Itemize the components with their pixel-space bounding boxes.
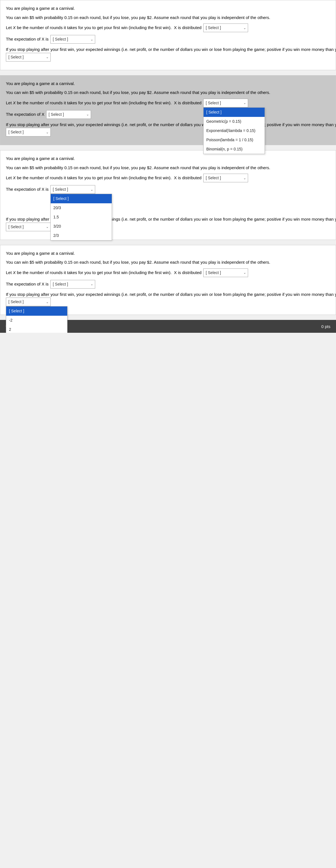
section3-row2: The expectation of X is [ Select ] ⌄ [ S… [6,185,330,194]
section2-row3-label: If you stop playing after your first win… [6,122,336,128]
section2-expectation-select-wrapper: [ Select ] ⌄ [46,110,91,119]
section1-expectation-placeholder: [ Select ] [53,37,68,41]
section-2: You are playing a game at a carnival. Yo… [0,75,336,146]
section4-expectation-select[interactable]: [ Select ] [50,280,95,288]
section1-distribution-placeholder: [ Select ] [206,26,221,30]
section3-row2-label: The expectation of X is [6,186,49,193]
section1-winnings-select[interactable]: [ Select ] [6,53,51,62]
section1-expectation-select-wrapper: [ Select ] ⌄ [50,35,95,43]
section2-dist-option-0[interactable]: [ Select ] [203,108,264,117]
section1-x: X [13,25,16,30]
section3-expectation-select-wrapper: [ Select ] ⌄ [ Select ] 20/3 1.5 3/20 2/… [50,185,95,194]
pts-label: 0 pts [321,324,330,329]
section1-winnings-placeholder: [ Select ] [8,55,24,59]
section3-distribution-select-wrapper: [ Select ] ⌄ [203,174,248,182]
section4-x: X [13,270,16,275]
section4-distribution-placeholder: [ Select ] [206,271,221,275]
section2-x: X [13,100,16,105]
section2-row3: If you stop playing after your first win… [6,122,330,137]
section2-expectation-placeholder: [ Select ] [49,112,64,117]
section4-row3: If you stop playing after your first win… [6,291,330,307]
section4-para1: You are playing a game at a carnival. [6,250,330,257]
section3-winnings-placeholder: [ Select ] [8,224,24,229]
section3-row1-let: Let X be the number of rounds it takes f… [6,175,202,181]
section2-row1-let: Let X be the number of rounds it takes f… [6,100,202,106]
section1-para2: You can win $5 with probability 0.15 on … [6,14,330,21]
section4-winnings-select[interactable]: [ Select ] [6,298,51,306]
section2-distribution-select[interactable]: [ Select ] [203,99,248,107]
section3-x: X [13,175,16,180]
section4-distribution-select-wrapper: [ Select ] ⌄ [203,269,248,277]
section2-dist-option-2[interactable]: Exponential(\lambda = 0.15) [203,126,264,135]
section4-win-option-0[interactable]: [ Select ] [6,307,67,316]
section4-winnings-placeholder: [ Select ] [8,300,24,304]
section3-expectation-dropdown: [ Select ] 20/3 1.5 3/20 2/3 [50,194,112,241]
section3-para2: You can win $5 with probability 0.15 on … [6,165,330,171]
section3-expectation-placeholder: [ Select ] [53,187,68,191]
section4-row1-let: Let X be the number of rounds it takes f… [6,270,202,276]
section3-distribution-placeholder: [ Select ] [206,176,221,180]
section4-expectation-select-wrapper: [ Select ] ⌄ [50,280,95,288]
section2-distribution-dropdown: [ Select ] Geometric(p = 0.15) Exponenti… [203,107,265,154]
section4-row2-label: The expectation of X is [6,281,49,287]
section1-row1-let: Let X be the number of rounds it takes f… [6,25,202,31]
section-4: You are playing a game at a carnival. Yo… [0,245,336,315]
section3-exp-option-3[interactable]: 3/20 [51,222,112,231]
section1-expectation-select[interactable]: [ Select ] [50,35,95,43]
section4-win-option-1[interactable]: -2 [6,316,67,325]
section2-row2-label: The expectation of X [6,111,45,118]
section4-expectation-placeholder: [ Select ] [53,282,68,286]
section2-winnings-select-wrapper: [ Select ] ⌄ [6,128,51,136]
section3-exp-option-1[interactable]: 20/3 [51,203,112,213]
section1-winnings-select-wrapper: [ Select ] ⌄ [6,53,51,62]
section4-distribution-select[interactable]: [ Select ] [203,269,248,277]
section3-winnings-select[interactable]: [ Select ] [6,223,51,231]
section2-winnings-placeholder: [ Select ] [8,130,24,134]
section2-para2: You can win $5 with probability 0.15 on … [6,90,330,96]
section3-exp-option-2[interactable]: 1.5 [51,213,112,222]
section3-exp-option-4[interactable]: 2/3 [51,231,112,240]
section4-win-option-2[interactable]: 2 [6,325,67,333]
section2-winnings-select[interactable]: [ Select ] [6,128,51,136]
section-3: You are playing a game at a carnival. Yo… [0,150,336,240]
section2-dist-option-3[interactable]: Poisson(lambda = 1 / 0.15) [203,135,264,145]
section1-para1: You are playing a game at a carnival. [6,5,330,12]
section1-row3: If you stop playing after your first win… [6,46,330,62]
section1-row3-label: If you stop playing after your first win… [6,46,336,53]
section2-dist-option-1[interactable]: Geometric(p = 0.15) [203,117,264,126]
section-1: You are playing a game at a carnival. Yo… [0,0,336,70]
section3-distribution-select[interactable]: [ Select ] [203,174,248,182]
section2-para1: You are playing a game at a carnival. [6,81,330,87]
section4-row3-label: If you stop playing after your first win… [6,291,336,298]
section2-row1: Let X be the number of rounds it takes f… [6,99,330,107]
section4-row2: The expectation of X is [ Select ] ⌄ [6,280,330,288]
section1-distribution-select[interactable]: [ Select ] [203,24,248,32]
section3-winnings-select-wrapper: [ Select ] ⌄ [6,223,51,231]
section1-row2: The expectation of X is [ Select ] ⌄ [6,35,330,43]
section4-row1: Let X be the number of rounds it takes f… [6,269,330,277]
section4-para2: You can win $5 with probability 0.15 on … [6,259,330,266]
section1-row1: Let X be the number of rounds it takes f… [6,24,330,32]
section3-para1: You are playing a game at a carnival. [6,155,330,162]
section2-row2: The expectation of X [ Select ] ⌄ [6,110,330,119]
section2-dist-option-4[interactable]: Binomial(n, p = 0.15) [203,145,264,154]
section4-winnings-dropdown: [ Select ] -2 2 -19/3 20/3 [6,306,67,333]
section2-distribution-placeholder: [ Select ] [206,101,221,105]
section3-expectation-select[interactable]: [ Select ] [50,185,95,194]
section1-row2-label: The expectation of X is [6,36,49,42]
section4-winnings-select-wrapper: [ Select ] ⌄ [ Select ] -2 2 -19/3 20/3 [6,298,51,306]
section2-expectation-select[interactable]: [ Select ] [46,110,91,119]
section2-distribution-select-wrapper: [ Select ] ⌄ [ Select ] Geometric(p = 0.… [203,99,248,107]
section3-exp-option-0[interactable]: [ Select ] [51,194,112,203]
section3-row1: Let X be the number of rounds it takes f… [6,174,330,182]
section1-distribution-select-wrapper: [ Select ] ⌄ [203,24,248,32]
